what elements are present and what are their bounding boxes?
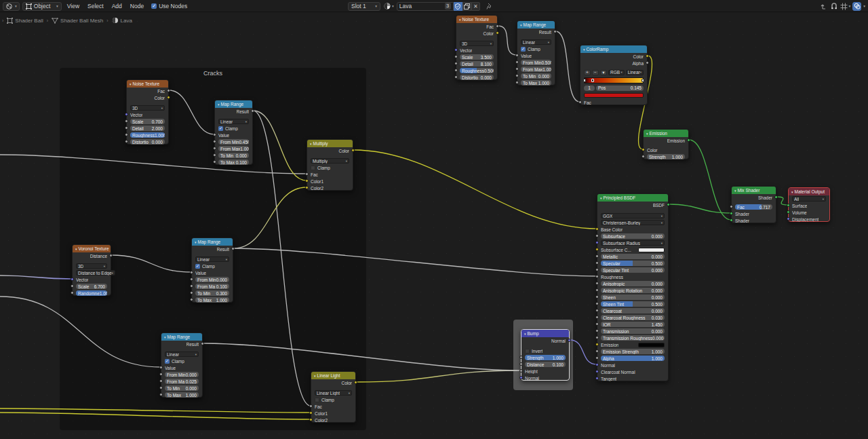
transmission-field[interactable]: Transmission0.000 (601, 328, 665, 334)
from-min-field[interactable]: From Min0.000 (165, 372, 199, 377)
distance-field[interactable]: Distance0.100 (525, 362, 566, 367)
sheen-field[interactable]: Sheen0.000 (601, 294, 665, 300)
tangent-socket[interactable] (595, 377, 599, 380)
to-min-socket[interactable] (515, 74, 519, 77)
invert-checkbox[interactable] (525, 349, 530, 354)
value-socket[interactable] (515, 54, 519, 57)
shader-socket[interactable] (730, 212, 733, 215)
transmission-roughness-socket[interactable] (595, 336, 599, 339)
to-min-field[interactable]: To Min0.000 (165, 385, 199, 391)
base-color-socket[interactable] (595, 227, 599, 231)
color-socket[interactable] (646, 54, 649, 58)
to-min-field[interactable]: To Min0.000 (521, 73, 551, 79)
node-header[interactable]: ▾Voronoi Texture (73, 245, 111, 252)
interpolation-dropdown[interactable]: Linear▾ (626, 70, 644, 75)
node-bump-bump[interactable]: ▾BumpNormalInvertStrength1.000Distance0.… (521, 329, 570, 381)
remove-stop-button[interactable]: − (592, 70, 599, 75)
color-socket[interactable] (351, 149, 355, 152)
to-min-field[interactable]: To Min0.300 (195, 290, 229, 296)
snap-magnet-icon[interactable] (830, 2, 838, 10)
color-socket[interactable] (354, 381, 357, 384)
node-header[interactable]: ▾Map Range (161, 333, 202, 341)
collapse-icon[interactable]: ▾ (130, 82, 132, 86)
subsurface-radius-socket[interactable] (595, 241, 599, 244)
node-map-range-mr4[interactable]: ▾Map RangeResultLinear▾✓ClampValueFrom M… (517, 20, 555, 85)
emission-strength-field[interactable]: Emission Strength1.000 (601, 349, 665, 354)
material-name-input[interactable]: Lava 3 (397, 2, 454, 11)
copy-material-icon[interactable] (462, 2, 471, 11)
to-max-socket[interactable] (190, 298, 193, 301)
slot-dropdown[interactable]: Slot 1 ▾ (348, 2, 380, 11)
ggx-dropdown[interactable]: GGX▾ (601, 213, 665, 218)
fac-socket[interactable] (496, 24, 499, 28)
view-menu[interactable]: View (64, 3, 82, 9)
collapse-icon[interactable]: ▾ (646, 132, 648, 136)
to-min-socket[interactable] (159, 386, 163, 389)
to-min-socket[interactable] (213, 153, 216, 157)
from-max-field[interactable]: From Max1.000 (521, 66, 551, 72)
from-min-socket[interactable] (515, 60, 519, 64)
collapse-icon[interactable]: ▾ (218, 102, 220, 107)
unlink-material-icon[interactable]: ✕ (471, 2, 480, 11)
emission-socket[interactable] (687, 138, 690, 142)
result-socket[interactable] (553, 30, 557, 33)
scale-field[interactable]: Scale0.700 (130, 119, 165, 124)
clearcoat-normal-socket[interactable] (595, 370, 599, 373)
select-menu[interactable]: Select (85, 3, 106, 9)
to-max-field[interactable]: To Max0.100 (218, 159, 249, 165)
specular-socket[interactable] (595, 261, 599, 265)
detail-field[interactable]: Detail2.000 (130, 126, 165, 131)
from-min-socket[interactable] (159, 373, 163, 376)
stop-position-field[interactable]: Pos0.145 (596, 85, 644, 91)
clamp-checkbox[interactable] (315, 398, 319, 402)
fac-socket[interactable] (578, 100, 582, 104)
3d-dropdown[interactable]: 3D▾ (130, 105, 165, 111)
clearcoat-field[interactable]: Clearcoat0.000 (601, 308, 665, 313)
node-map-range-mr2[interactable]: ▾Map RangeResultLinear▾✓ClampValueFrom M… (191, 237, 233, 303)
clamp-checkbox[interactable]: ✓ (218, 126, 223, 131)
node-header[interactable]: ▾Multiply (307, 140, 353, 147)
from-ma-field[interactable]: From Ma0.025 (165, 379, 199, 384)
use-nodes-checkbox[interactable]: ✓ (151, 3, 157, 9)
from-min-field[interactable]: From Min0.450 (218, 139, 249, 145)
surface-socket[interactable] (787, 204, 790, 207)
snap-settings-icon[interactable] (840, 3, 848, 10)
detail-socket[interactable] (125, 126, 128, 130)
result-socket[interactable] (251, 109, 254, 113)
node-canvas[interactable]: Cracks▾Noise TextureFacColor3D▾VectorSca… (0, 0, 868, 439)
node-header[interactable]: ▾Linear Light (311, 372, 355, 379)
node-header[interactable]: ▾Material Output (789, 188, 829, 195)
collapse-icon[interactable]: ▾ (164, 335, 166, 339)
shader2-socket[interactable] (730, 218, 733, 222)
node-header[interactable]: ▾Noise Texture (127, 80, 168, 88)
ior-socket[interactable] (595, 322, 599, 326)
stop-color-swatch[interactable] (584, 93, 644, 98)
node-linear-light-ll[interactable]: ▾Linear LightColorLinear Light▾ClampFacC… (311, 371, 356, 423)
3d-dropdown[interactable]: 3D▾ (460, 41, 494, 46)
subsurface-field[interactable]: Subsurface0.000 (601, 233, 665, 239)
breadcrumb-arrow[interactable]: › (2, 18, 3, 23)
detail-field[interactable]: Detail8.100 (460, 61, 494, 66)
collapse-icon[interactable]: ▾ (600, 196, 602, 200)
scale-field[interactable]: Scale6.700 (76, 284, 107, 289)
fac-socket[interactable] (167, 89, 170, 92)
subsurface-radius-dropdown[interactable]: Subsurface Radius▾ (601, 240, 665, 246)
node-map-range-mr3[interactable]: ▾Map RangeResultLinear▾✓ClampValueFrom M… (161, 332, 203, 398)
normal-socket[interactable] (568, 339, 571, 342)
ior-field[interactable]: IOR1.450 (601, 322, 665, 327)
node-header[interactable]: ▾Map Range (215, 100, 252, 108)
scale-socket[interactable] (454, 55, 458, 58)
sheen-socket[interactable] (595, 295, 599, 299)
node-principled-bsdf-pbsdf[interactable]: ▾Principled BSDFBSDFGGX▾Christensen-Burl… (597, 193, 669, 381)
node-header[interactable]: ▾Map Range (517, 21, 555, 28)
anisotropic-socket[interactable] (595, 282, 599, 285)
result-socket[interactable] (201, 342, 204, 345)
to-min-field[interactable]: To Min0.000 (218, 153, 249, 158)
to-max-socket[interactable] (515, 81, 519, 84)
value-socket[interactable] (190, 271, 193, 274)
color-mode-dropdown[interactable]: RGB▾ (608, 70, 625, 75)
node-noise-texture-nt2[interactable]: ▾Noise TextureFacColor3D▾VectorScale3.50… (456, 15, 498, 80)
roughness-field[interactable]: Roughness0.500 (460, 68, 494, 73)
fac-socket[interactable] (305, 172, 309, 176)
roughness-socket[interactable] (595, 275, 599, 278)
